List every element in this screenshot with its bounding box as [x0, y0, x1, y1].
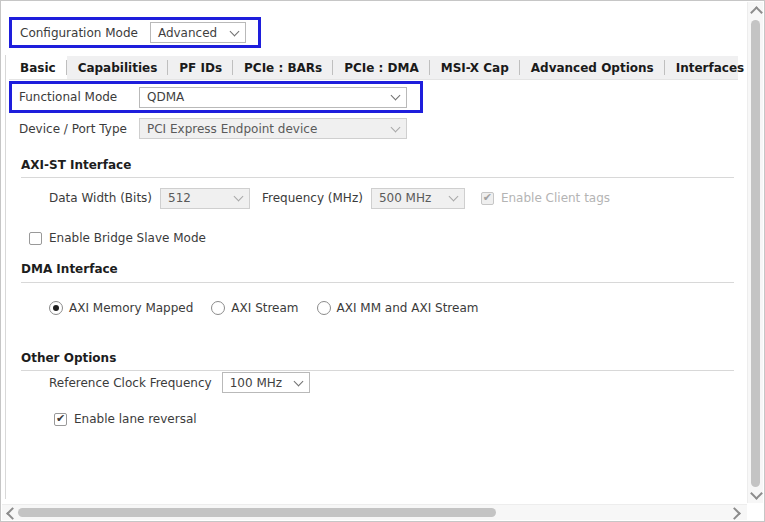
tab-basic[interactable]: Basic	[9, 56, 67, 79]
configuration-mode-select[interactable]: Advanced	[150, 22, 246, 43]
chevron-down-icon	[448, 192, 458, 202]
frequency-label: Frequency (MHz)	[262, 191, 363, 205]
scroll-down-arrow-icon[interactable]	[750, 487, 763, 500]
scroll-left-arrow-icon[interactable]	[6, 507, 19, 520]
chevron-down-icon	[391, 91, 401, 101]
functional-mode-row: Functional Mode QDMA	[9, 81, 423, 113]
tab-pcie-dma[interactable]: PCIe : DMA	[333, 56, 430, 79]
axi-st-controls-row: Data Width (Bits) 512 Frequency (MHz) 50…	[49, 187, 610, 209]
functional-mode-select[interactable]: QDMA	[139, 87, 407, 108]
radio-axi-mm-and-axi-stream[interactable]: AXI MM and AXI Stream	[317, 301, 479, 315]
tab-label: Basic	[20, 61, 56, 75]
horizontal-scrollbar-thumb[interactable]	[18, 508, 496, 517]
data-width-value: 512	[168, 191, 191, 205]
tab-label: Capabilities	[78, 61, 158, 75]
scroll-right-arrow-icon[interactable]	[728, 507, 741, 520]
tab-capabilities[interactable]: Capabilities	[67, 56, 169, 79]
tab-interfaces[interactable]: Interfaces	[665, 56, 756, 79]
chevron-down-icon	[229, 26, 239, 36]
device-port-type-row: Device / Port Type PCI Express Endpoint …	[19, 118, 407, 139]
reference-clock-label: Reference Clock Frequency	[49, 376, 212, 390]
section-divider	[21, 370, 734, 371]
tab-label: PCIe : DMA	[344, 61, 419, 75]
tab-label: PCIe : BARs	[244, 61, 322, 75]
ip-config-panel: Configuration Mode Advanced Basic Capabi…	[0, 0, 765, 522]
radio-button-icon	[317, 301, 331, 315]
radio-label: AXI Memory Mapped	[69, 301, 193, 315]
configuration-mode-value: Advanced	[158, 26, 217, 40]
other-options-section-title: Other Options	[21, 351, 116, 365]
enable-lane-reversal-checkbox[interactable]	[54, 413, 67, 426]
axi-st-section-title: AXI-ST Interface	[21, 158, 131, 172]
tab-label: Advanced Options	[531, 61, 654, 75]
reference-clock-value: 100 MHz	[230, 376, 282, 390]
device-port-type-select: PCI Express Endpoint device	[139, 118, 407, 139]
radio-axi-memory-mapped[interactable]: AXI Memory Mapped	[49, 301, 193, 315]
chevron-down-icon	[391, 122, 401, 132]
chevron-down-icon	[234, 192, 244, 202]
dma-interface-section-title: DMA Interface	[21, 262, 118, 276]
device-port-type-value: PCI Express Endpoint device	[147, 122, 317, 136]
dma-interface-radio-group: AXI Memory Mapped AXI Stream AXI MM and …	[49, 301, 478, 315]
enable-client-tags-label: Enable Client tags	[501, 191, 610, 205]
tab-pf-ids[interactable]: PF IDs	[168, 56, 233, 79]
tab-bar: Basic Capabilities PF IDs PCIe : BARs PC…	[9, 56, 738, 80]
tab-label: Interfaces	[676, 61, 745, 75]
tab-label: PF IDs	[179, 61, 222, 75]
device-port-type-label: Device / Port Type	[19, 122, 139, 136]
enable-lane-reversal-label: Enable lane reversal	[74, 412, 197, 426]
enable-client-tags-checkbox	[481, 192, 494, 205]
lane-reversal-row: Enable lane reversal	[54, 412, 197, 426]
radio-label: AXI Stream	[231, 301, 298, 315]
enable-bridge-slave-mode-checkbox[interactable]	[29, 232, 42, 245]
panel-left-edge-divider	[5, 55, 6, 499]
radio-button-icon	[211, 301, 225, 315]
tab-msix-cap[interactable]: MSI-X Cap	[430, 56, 520, 79]
frequency-value: 500 MHz	[379, 191, 431, 205]
reference-clock-row: Reference Clock Frequency 100 MHz	[49, 372, 310, 393]
reference-clock-select[interactable]: 100 MHz	[222, 372, 310, 393]
section-divider	[21, 177, 734, 178]
functional-mode-value: QDMA	[147, 90, 184, 104]
data-width-select: 512	[160, 188, 250, 209]
bridge-slave-mode-row: Enable Bridge Slave Mode	[29, 231, 206, 245]
data-width-label: Data Width (Bits)	[49, 191, 152, 205]
vertical-scrollbar-thumb[interactable]	[751, 20, 760, 487]
radio-button-icon	[49, 301, 63, 315]
horizontal-scrollbar[interactable]	[2, 504, 747, 520]
radio-axi-stream[interactable]: AXI Stream	[211, 301, 298, 315]
radio-label: AXI MM and AXI Stream	[337, 301, 479, 315]
functional-mode-label: Functional Mode	[19, 90, 139, 104]
frequency-select: 500 MHz	[371, 188, 465, 209]
configuration-mode-row: Configuration Mode Advanced	[9, 17, 261, 48]
vertical-scrollbar[interactable]	[747, 2, 763, 503]
tab-pcie-bars[interactable]: PCIe : BARs	[233, 56, 333, 79]
scroll-up-arrow-icon[interactable]	[750, 6, 763, 19]
chevron-down-icon	[293, 376, 303, 386]
section-divider	[21, 282, 734, 283]
tab-label: MSI-X Cap	[441, 61, 509, 75]
configuration-mode-label: Configuration Mode	[20, 26, 138, 40]
tab-advanced-options[interactable]: Advanced Options	[520, 56, 665, 79]
enable-bridge-slave-mode-label: Enable Bridge Slave Mode	[49, 231, 206, 245]
